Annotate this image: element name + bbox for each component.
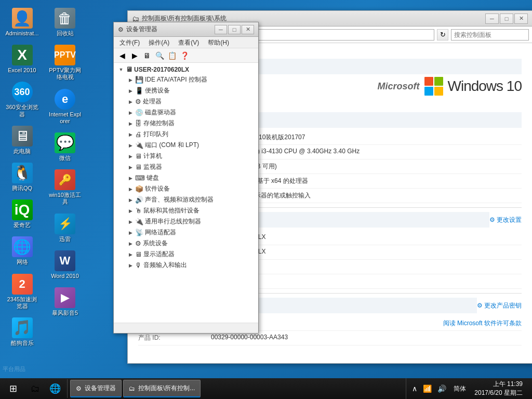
start-button[interactable]: ⊞ — [3, 378, 23, 399]
port-label: 端口 (COM 和 LPT) — [145, 141, 199, 150]
desktop-icon-container: 👤 Administrat... X Excel 2010 360 360安全浏… — [0, 0, 88, 364]
dm-menu-action[interactable]: 操作(A) — [145, 38, 172, 47]
ie-label: Internet Explorer — [48, 111, 82, 125]
desktop-icon-administrator[interactable]: 👤 Administrat... — [3, 5, 42, 39]
desktop-icon-iqiyi[interactable]: iQ 爱奇艺 — [3, 197, 42, 231]
dm-toolbar-help[interactable]: ❓ — [179, 50, 190, 61]
desktop-icon-mypc[interactable]: 🖥 此电脑 — [3, 123, 42, 157]
tray-expand-icon[interactable]: ∧ — [410, 383, 419, 394]
win10tool-label: win10激活工具 — [48, 192, 82, 205]
tree-root[interactable]: ▼ 🖥 USER-20170620LX — [115, 64, 257, 74]
tray-network-icon[interactable]: 📶 — [421, 383, 433, 394]
control-panel-maximize-button[interactable]: □ — [500, 14, 513, 24]
portable-label: 便携设备 — [145, 86, 170, 95]
tree-item-sysdevice[interactable]: ▶ ⚙ 系统设备 — [125, 238, 257, 249]
desktop-icon-pptv[interactable]: PPTV PPTV聚力网络电视 — [46, 42, 85, 83]
change-product-text: 更改产品密钥 — [484, 301, 522, 310]
dm-menu-view[interactable]: 查看(V) — [175, 38, 202, 47]
dm-toolbar-computer[interactable]: 🖥 — [141, 50, 153, 61]
dm-close-button[interactable]: ✕ — [242, 25, 254, 34]
tray-language[interactable]: 简体 — [450, 383, 469, 395]
tree-item-audio[interactable]: ▶ 🎙 音频输入和输出 — [125, 260, 257, 271]
taskbar-task-control-panel[interactable]: 🗂 控制面板\所有控制... — [123, 380, 201, 397]
port-expander: ▶ — [127, 142, 134, 149]
desktop-icon-2345[interactable]: 2 2345加速浏览器 — [3, 271, 42, 312]
dm-toolbar-props[interactable]: 📋 — [166, 50, 178, 61]
control-panel-minimize-button[interactable]: ─ — [485, 14, 499, 24]
device-manager-tree[interactable]: ▼ 🖥 USER-20170620LX ▶ 💾 IDE ATA/ATAPI 控制… — [114, 63, 258, 323]
kugou-label: 酷狗音乐 — [11, 340, 34, 347]
tree-item-bus[interactable]: ▶ 🔌 通用串行总线控制器 — [125, 216, 257, 227]
desktop-icon-ie[interactable]: e Internet Explorer — [46, 86, 85, 127]
word-icon: W — [55, 250, 75, 271]
change-settings-link[interactable]: ⚙ 更改设置 — [489, 216, 522, 224]
change-product-link[interactable]: ⚙ 更改产品密钥 — [477, 301, 522, 310]
taskbar-file-explorer-icon[interactable]: 🗂 — [26, 379, 45, 398]
dm-toolbar-scan[interactable]: 🔍 — [154, 50, 165, 61]
tree-item-mouse[interactable]: ▶ 🖱 鼠标和其他指针设备 — [125, 205, 257, 216]
dm-toolbar-back[interactable]: ◀ — [116, 50, 128, 61]
desktop-icon-qq[interactable]: 🐧 腾讯QQ — [3, 160, 42, 194]
tree-item-storage[interactable]: ▶ 🗄 存储控制器 — [125, 118, 257, 129]
tree-item-port[interactable]: ▶ 🔌 端口 (COM 和 LPT) — [125, 140, 257, 151]
tree-item-monitor[interactable]: ▶ 🖥 监视器 — [125, 162, 257, 172]
dm-toolbar-forward[interactable]: ▶ — [129, 50, 140, 61]
2345-icon: 2 — [12, 274, 33, 295]
netadapter-expander: ▶ — [127, 229, 134, 236]
tree-item-sound[interactable]: ▶ 🔊 声音、视频和游戏控制器 — [125, 194, 257, 205]
dm-menu-file[interactable]: 文件(F) — [116, 38, 143, 47]
tree-item-disk[interactable]: ▶ 💿 磁盘驱动器 — [125, 107, 257, 118]
control-panel-window-controls: ─ □ ✕ — [485, 14, 528, 24]
storage-label: 存储控制器 — [143, 119, 175, 128]
change-settings-text: 更改设置 — [497, 216, 522, 224]
taskbar-task-device-manager[interactable]: ⚙ 设备管理器 — [70, 380, 122, 397]
mouse-icon: 🖱 — [135, 207, 142, 215]
tree-item-cpu[interactable]: ▶ ⚙ 处理器 — [125, 96, 257, 107]
dm-menu-help[interactable]: 帮助(H) — [205, 38, 232, 47]
excel-label: Excel 2010 — [8, 67, 36, 74]
tray-time: 上午 11:39 — [493, 380, 523, 389]
mouse-expander: ▶ — [127, 207, 134, 215]
keyboard-label: 键盘 — [147, 174, 159, 182]
tray-clock[interactable]: 上午 11:39 2017/6/20 星期二 — [472, 380, 525, 397]
tree-item-print[interactable]: ▶ 🖨 打印队列 — [125, 129, 257, 140]
tree-item-software[interactable]: ▶ 📦 软件设备 — [125, 183, 257, 194]
print-label: 打印队列 — [143, 130, 168, 139]
desktop-icon-win10tool[interactable]: 🔑 win10激活工具 — [46, 167, 85, 208]
dm-maximize-button[interactable]: □ — [228, 25, 241, 34]
desktop-icon-word2010[interactable]: W Word 2010 — [46, 248, 85, 282]
360-icon: 360 — [12, 82, 33, 102]
tree-item-computer[interactable]: ▶ 🖥 计算机 — [125, 151, 257, 162]
desktop-icon-excel[interactable]: X Excel 2010 — [3, 42, 42, 76]
desktop-icon-360[interactable]: 360 360安全浏览器 — [3, 79, 42, 120]
port-icon: 🔌 — [135, 141, 143, 149]
product-id-label: 产品 ID: — [138, 334, 211, 342]
tree-item-portable[interactable]: ▶ 📱 便携设备 — [125, 85, 257, 96]
tree-children: ▶ 💾 IDE ATA/ATAPI 控制器 ▶ 📱 便携设备 ▶ ⚙ 处理器 ▶… — [115, 74, 257, 271]
desktop-icon-network[interactable]: 🌐 网络 — [3, 234, 42, 268]
tray-volume-icon[interactable]: 🔊 — [436, 383, 448, 394]
desktop-icon-wechat[interactable]: 💬 微信 — [46, 130, 85, 164]
desktop-icon-kugou[interactable]: 🎵 酷狗音乐 — [3, 315, 42, 349]
activation-license-link[interactable]: 阅读 Microsoft 软件许可条款 — [443, 319, 522, 328]
desktop-icon-storm[interactable]: ▶ 暴风影音5 — [46, 285, 85, 319]
bus-expander: ▶ — [127, 218, 134, 225]
dm-minimize-button[interactable]: ─ — [215, 25, 227, 34]
root-label: USER-20170620LX — [134, 66, 189, 73]
sysdevice-icon: ⚙ — [135, 240, 141, 247]
taskbar-tray: ∧ 📶 🔊 简体 上午 11:39 2017/6/20 星期二 — [406, 378, 529, 399]
desktop: 👤 Administrat... X Excel 2010 360 360安全浏… — [0, 0, 532, 399]
storage-expander: ▶ — [127, 120, 134, 127]
desktop-icon-recycle[interactable]: 🗑 回收站 — [46, 5, 85, 39]
tree-item-keyboard[interactable]: ▶ ⌨ 键盘 — [125, 172, 257, 183]
taskbar-tasks: ⚙ 设备管理器 🗂 控制面板\所有控制... — [70, 380, 406, 397]
tree-item-netadapter[interactable]: ▶ 📡 网络适配器 — [125, 227, 257, 238]
refresh-button[interactable]: ↻ — [437, 29, 448, 41]
tree-item-ide[interactable]: ▶ 💾 IDE ATA/ATAPI 控制器 — [125, 74, 257, 85]
search-input[interactable] — [451, 29, 529, 41]
control-panel-close-button[interactable]: ✕ — [514, 14, 528, 24]
taskbar-ie-icon[interactable]: 🌐 — [46, 379, 64, 398]
sound-icon: 🔊 — [135, 196, 143, 204]
tree-item-display[interactable]: ▶ 🖥 显示适配器 — [125, 249, 257, 260]
desktop-icon-xunlei[interactable]: ⚡ 迅雷 — [46, 211, 85, 245]
